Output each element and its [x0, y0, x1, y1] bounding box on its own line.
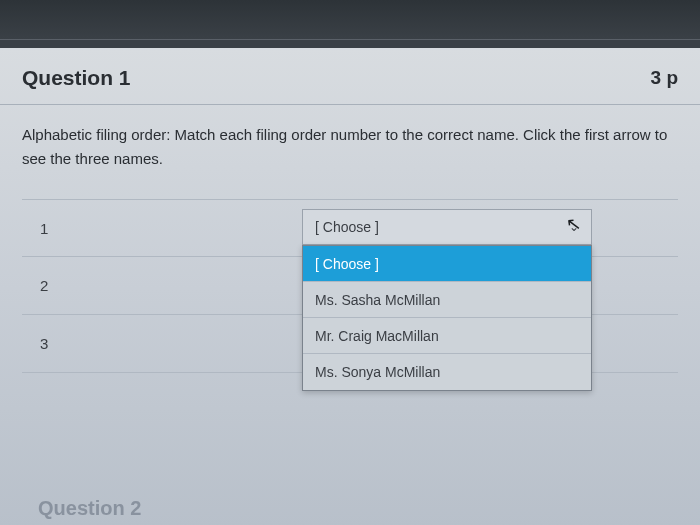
- dropdown-trigger[interactable]: [ Choose ] ⌄: [302, 209, 592, 245]
- dropdown-option-label: Ms. Sasha McMillan: [315, 292, 440, 308]
- dropdown-option-label: [ Choose ]: [315, 256, 379, 272]
- dropdown-option-choose[interactable]: [ Choose ]: [303, 246, 591, 282]
- answer-dropdown[interactable]: [ Choose ] ⌄ [ Choose ] Ms. Sasha McMill…: [302, 209, 592, 245]
- match-number: 2: [22, 277, 72, 294]
- question-points: 3 p: [651, 67, 678, 89]
- match-table: 1 2 3 [ Choose ] ⌄ [ Choose ] Ms. Sas: [22, 199, 678, 373]
- dropdown-option-label: Mr. Craig MacMillan: [315, 328, 439, 344]
- window-chrome-strip: [0, 0, 700, 40]
- match-number: 1: [22, 220, 72, 237]
- dropdown-option-name[interactable]: Mr. Craig MacMillan: [303, 318, 591, 354]
- dropdown-option-name[interactable]: Ms. Sasha McMillan: [303, 282, 591, 318]
- quiz-page: Question 1 3 p Alphabetic filing order: …: [0, 48, 700, 525]
- next-question-title: Question 2: [38, 497, 141, 520]
- dropdown-selected-label: [ Choose ]: [315, 219, 379, 235]
- question-title: Question 1: [22, 66, 131, 90]
- question-body: Alphabetic filing order: Match each fili…: [0, 105, 700, 373]
- dropdown-option-name[interactable]: Ms. Sonya McMillan: [303, 354, 591, 390]
- match-number: 3: [22, 335, 72, 352]
- dropdown-listbox[interactable]: [ Choose ] Ms. Sasha McMillan Mr. Craig …: [302, 245, 592, 391]
- question-header: Question 1 3 p: [0, 48, 700, 105]
- chevron-down-icon: ⌄: [569, 220, 579, 234]
- dropdown-option-label: Ms. Sonya McMillan: [315, 364, 440, 380]
- question-text: Alphabetic filing order: Match each fili…: [22, 123, 678, 171]
